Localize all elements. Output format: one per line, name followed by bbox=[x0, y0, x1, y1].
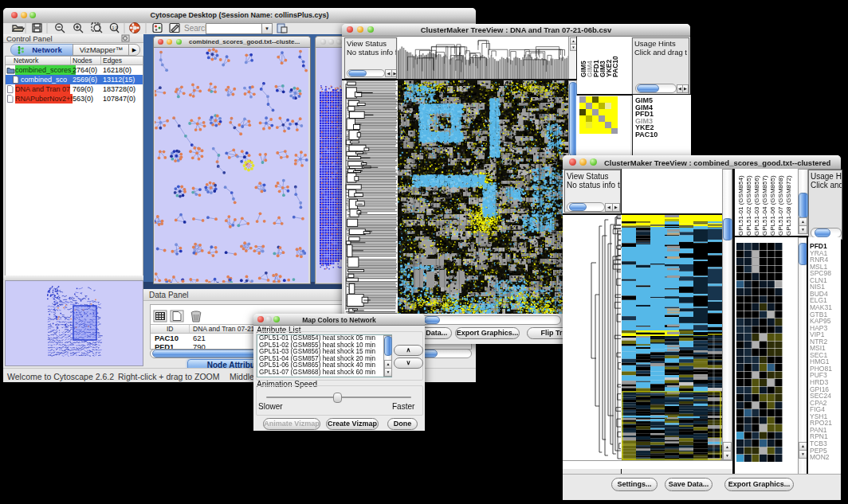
svg-text:1:1: 1:1 bbox=[112, 25, 118, 30]
